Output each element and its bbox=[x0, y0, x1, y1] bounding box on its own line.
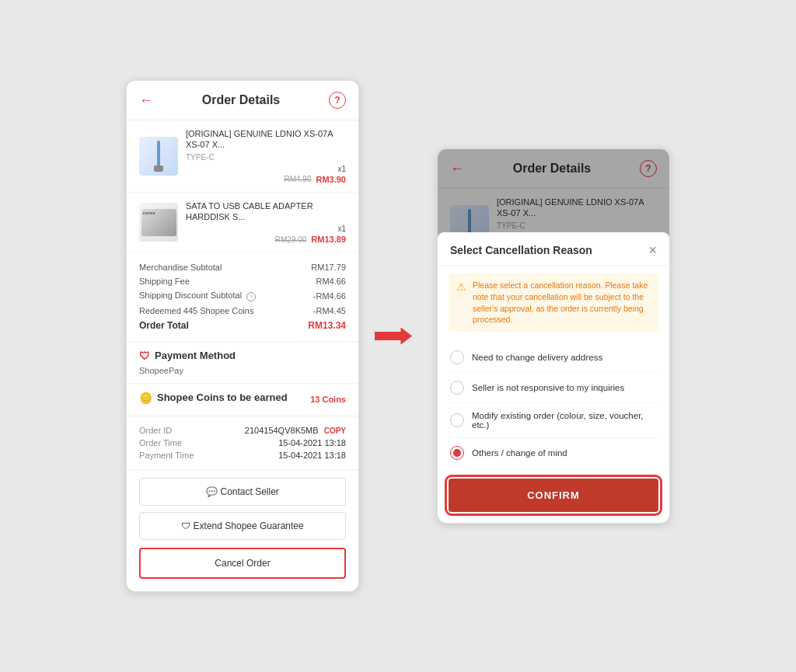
price-discount-2: RM13.89 bbox=[311, 235, 346, 244]
order-info-section: Order ID 2104154QV8K5MB COPY Order Time … bbox=[127, 416, 358, 470]
order-id-row: Order ID 2104154QV8K5MB COPY bbox=[139, 424, 346, 437]
product-name-1: [ORIGINAL] GENUINE LDNIO XS-07A XS-07 X.… bbox=[186, 128, 346, 151]
order-time-value: 15-04-2021 13:18 bbox=[278, 438, 346, 447]
coins-section: 🪙 Shopee Coins to be earned 13 Coins bbox=[127, 384, 358, 416]
payment-method-label: Payment Method bbox=[155, 350, 236, 361]
product-info-2: SATA TO USB CABLE ADAPTER HARDDISK S... … bbox=[186, 200, 346, 245]
order-total-row: Order Total RM13.34 bbox=[139, 318, 346, 333]
coin-icon: 🪙 bbox=[139, 392, 152, 404]
left-phone-screen: ← Order Details ? [ORIGINAL] GENUINE LDN… bbox=[126, 80, 359, 592]
coins-earned-row: 🪙 Shopee Coins to be earned 13 Coins bbox=[139, 392, 346, 408]
radio-button-3[interactable] bbox=[450, 446, 464, 460]
order-time-label: Order Time bbox=[139, 438, 182, 447]
left-header: ← Order Details ? bbox=[127, 81, 358, 120]
order-total-label: Order Total bbox=[139, 320, 189, 331]
product-item-2: SATA TO USB CABLE ADAPTER HARDDISK S... … bbox=[127, 193, 358, 253]
order-total-value: RM13.34 bbox=[308, 320, 346, 331]
warning-text: Please select a cancellation reason. Ple… bbox=[473, 280, 651, 326]
product-name-2: SATA TO USB CABLE ADAPTER HARDDISK S... bbox=[186, 200, 346, 223]
price-original-2: RM29.00 bbox=[275, 235, 307, 244]
payment-method-value: ShopeePay bbox=[139, 366, 346, 375]
merchandise-subtotal-value: RM17.79 bbox=[311, 263, 346, 272]
reason-label-3: Others / change of mind bbox=[472, 448, 567, 458]
copy-button[interactable]: COPY bbox=[324, 427, 346, 435]
shipping-discount-label: Shipping Discount Subtotal i bbox=[139, 291, 256, 301]
coins-label: Redeemed 445 Shopee Coins bbox=[139, 306, 253, 315]
price-discount-1: RM3.90 bbox=[316, 175, 346, 184]
modal-title: Select Cancellation Reason bbox=[450, 244, 592, 256]
reason-list: Need to change delivery address Seller i… bbox=[438, 339, 669, 471]
coins-earned-header: 🪙 Shopee Coins to be earned bbox=[139, 392, 288, 404]
shipping-discount-value: -RM4.66 bbox=[313, 291, 346, 301]
left-header-title: Order Details bbox=[202, 93, 280, 107]
shipping-discount-row: Shipping Discount Subtotal i -RM4.66 bbox=[139, 288, 346, 304]
sata-img-icon bbox=[141, 209, 176, 236]
cancellation-modal: Select Cancellation Reason × ⚠ Please se… bbox=[438, 232, 669, 523]
coins-value: -RM4.45 bbox=[313, 306, 346, 315]
product-thumb-2 bbox=[139, 203, 178, 242]
reason-item-2[interactable]: Modify existing order (colour, size, vou… bbox=[438, 403, 669, 437]
radio-button-1[interactable] bbox=[450, 381, 464, 395]
product-qty-1: x1 bbox=[186, 165, 346, 173]
usb-cable-icon bbox=[151, 141, 166, 172]
payment-time-value: 15-04-2021 13:18 bbox=[278, 451, 346, 460]
shield-icon: 🛡 bbox=[139, 350, 150, 362]
right-arrow-icon bbox=[375, 321, 421, 352]
warning-box: ⚠ Please select a cancellation reason. P… bbox=[449, 273, 658, 332]
summary-section: Merchandise Subtotal RM17.79 Shipping Fe… bbox=[127, 252, 358, 342]
product-info-1: [ORIGINAL] GENUINE LDNIO XS-07A XS-07 X.… bbox=[186, 128, 346, 184]
radio-button-0[interactable] bbox=[450, 350, 464, 364]
product-item-1: [ORIGINAL] GENUINE LDNIO XS-07A XS-07 X.… bbox=[127, 120, 358, 193]
reason-label-0: Need to change delivery address bbox=[472, 353, 602, 362]
action-buttons: 💬 Contact Seller 🛡 Extend Shopee Guarant… bbox=[127, 470, 358, 548]
shipping-fee-label: Shipping Fee bbox=[139, 277, 190, 286]
payment-time-label: Payment Time bbox=[139, 451, 194, 460]
modal-header: Select Cancellation Reason × bbox=[438, 232, 669, 266]
merchandise-subtotal-label: Merchandise Subtotal bbox=[139, 263, 222, 272]
shipping-fee-row: Shipping Fee RM4.66 bbox=[139, 274, 346, 288]
left-back-button[interactable]: ← bbox=[139, 92, 153, 109]
radio-selected-indicator bbox=[453, 449, 461, 457]
arrow-body bbox=[375, 328, 412, 345]
reason-item-0[interactable]: Need to change delivery address bbox=[438, 343, 669, 372]
cancel-order-button[interactable]: Cancel Order bbox=[139, 548, 346, 579]
payment-time-row: Payment Time 15-04-2021 13:18 bbox=[139, 449, 346, 461]
coins-earned-label: Shopee Coins to be earned bbox=[157, 392, 288, 403]
coins-row: Redeemed 445 Shopee Coins -RM4.45 bbox=[139, 304, 346, 318]
price-row-2: RM29.00 RM13.89 bbox=[186, 235, 346, 244]
order-id-value: 2104154QV8K5MB COPY bbox=[245, 426, 346, 435]
reason-label-2: Modify existing order (colour, size, vou… bbox=[472, 411, 657, 430]
right-phone-screen: ← Order Details ? [ORIGINAL] GENUINE LDN… bbox=[437, 148, 670, 524]
confirm-button[interactable]: CONFIRM bbox=[449, 479, 658, 512]
product-type-1: TYPE-C bbox=[186, 153, 346, 162]
reason-item-1[interactable]: Seller is not responsive to my inquiries bbox=[438, 373, 669, 402]
radio-button-2[interactable] bbox=[450, 413, 464, 427]
merchandise-subtotal-row: Merchandise Subtotal RM17.79 bbox=[139, 260, 346, 274]
coins-earned-value: 13 Coins bbox=[310, 395, 346, 404]
payment-method-header: 🛡 Payment Method bbox=[139, 350, 346, 362]
order-id-label: Order ID bbox=[139, 426, 172, 435]
payment-section: 🛡 Payment Method ShopeePay bbox=[127, 342, 358, 384]
product-thumb-1 bbox=[139, 137, 178, 176]
shipping-discount-info-icon[interactable]: i bbox=[246, 292, 256, 301]
shipping-fee-value: RM4.66 bbox=[316, 277, 346, 286]
arrow-container bbox=[375, 321, 421, 352]
reason-label-1: Seller is not responsive to my inquiries bbox=[472, 383, 624, 392]
main-container: ← Order Details ? [ORIGINAL] GENUINE LDN… bbox=[126, 80, 670, 592]
left-content: [ORIGINAL] GENUINE LDNIO XS-07A XS-07 X.… bbox=[127, 120, 358, 591]
reason-item-3[interactable]: Others / change of mind bbox=[438, 438, 669, 468]
modal-close-button[interactable]: × bbox=[648, 243, 657, 257]
extend-guarantee-button[interactable]: 🛡 Extend Shopee Guarantee bbox=[139, 512, 346, 540]
product-qty-2: x1 bbox=[186, 225, 346, 233]
warning-icon: ⚠ bbox=[456, 280, 466, 293]
order-time-row: Order Time 15-04-2021 13:18 bbox=[139, 437, 346, 449]
contact-seller-button[interactable]: 💬 Contact Seller bbox=[139, 478, 346, 506]
price-row-1: RM4.90 RM3.90 bbox=[186, 175, 346, 184]
left-help-button[interactable]: ? bbox=[329, 92, 346, 109]
price-original-1: RM4.90 bbox=[284, 175, 311, 183]
